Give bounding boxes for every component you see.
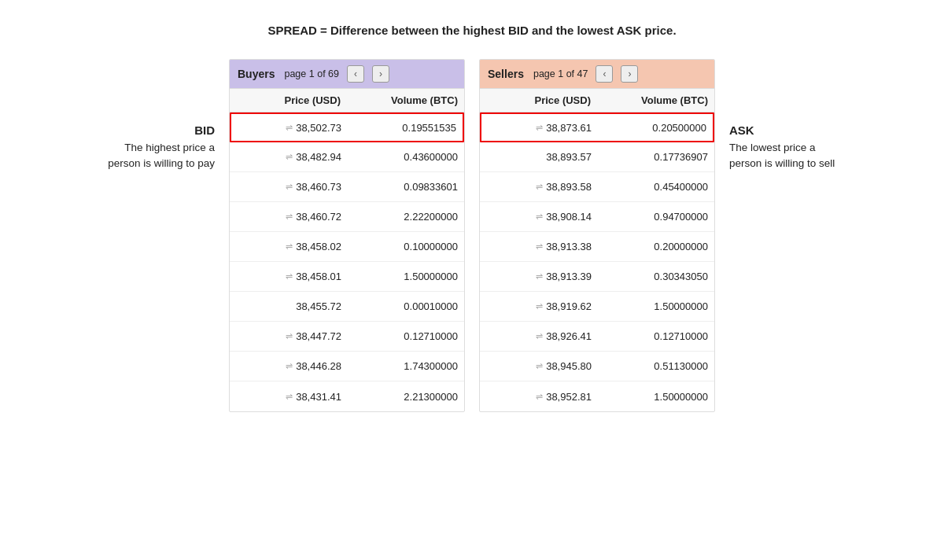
tables-container: Buyers page 1 of 69 ‹ › Price (USD) Volu… [229,59,715,412]
transfer-icon: ⇌ [286,331,293,341]
transfer-icon: ⇌ [536,123,543,133]
transfer-icon: ⇌ [536,361,543,371]
volume-cell: 0.17736907 [596,146,714,168]
transfer-icon: ⇌ [536,392,543,402]
table-row: ⇌38,913.380.20000000 [480,232,714,262]
price-cell: ⇌38,431.41 [230,385,346,408]
buyers-prev-button[interactable]: ‹ [347,65,364,83]
price-cell: 38,893.57 [480,146,596,168]
price-value: 38,446.28 [296,360,341,372]
table-row: ⇌38,447.720.12710000 [230,322,464,352]
buyers-col-volume: Volume (BTC) [347,89,464,112]
table-row: ⇌38,893.580.45400000 [480,172,714,202]
sellers-table: Sellers page 1 of 47 ‹ › Price (USD) Vol… [479,59,715,412]
transfer-icon: ⇌ [536,241,543,252]
price-value: 38,908.14 [546,211,592,223]
volume-cell: 2.22200000 [346,205,464,228]
buyers-table: Buyers page 1 of 69 ‹ › Price (USD) Volu… [229,59,465,412]
table-row: ⇌38,431.412.21300000 [230,381,464,411]
volume-cell: 0.19551535 [346,116,463,139]
bid-label: BID The highest price a person is willin… [103,59,229,171]
volume-cell: 0.45400000 [596,175,714,198]
price-value: 38,893.58 [546,181,592,193]
sellers-col-volume: Volume (BTC) [597,89,714,112]
volume-cell: 0.12710000 [596,325,714,348]
table-row: ⇌38,908.140.94700000 [480,202,714,232]
volume-cell: 2.21300000 [346,385,464,408]
price-cell: ⇌38,460.73 [230,175,346,198]
price-value: 38,458.02 [296,241,341,252]
table-row: ⇌38,926.410.12710000 [480,322,714,352]
ask-label: ASK The lowest price a person is willing… [715,59,841,171]
volume-cell: 0.30343050 [596,265,714,288]
table-row: ⇌38,945.800.51130000 [480,352,714,381]
price-value: 38,945.80 [546,360,592,372]
price-value: 38,926.41 [546,330,592,342]
price-cell: ⇌38,446.28 [230,355,346,378]
transfer-icon: ⇌ [286,182,293,192]
transfer-icon: ⇌ [286,392,293,402]
sellers-prev-button[interactable]: ‹ [596,65,613,83]
sellers-next-button[interactable]: › [621,65,638,83]
volume-cell: 1.50000000 [596,295,714,318]
volume-cell: 0.20000000 [596,235,714,258]
transfer-icon: ⇌ [286,361,293,371]
price-value: 38,460.73 [296,181,341,193]
volume-cell: 0.09833601 [346,175,464,198]
price-cell: ⇌38,458.01 [230,265,346,288]
table-row: ⇌38,913.390.30343050 [480,262,714,292]
price-cell: 38,455.72 [230,295,346,318]
sellers-col-price: Price (USD) [480,89,597,112]
table-row: 38,893.570.17736907 [480,142,714,172]
sellers-page: page 1 of 47 [533,68,588,79]
price-value: 38,455.72 [296,300,341,312]
price-value: 38,952.81 [546,391,592,403]
price-value: 38,913.38 [546,241,592,252]
buyers-col-price: Price (USD) [230,89,347,112]
price-cell: ⇌38,945.80 [480,355,596,378]
transfer-icon: ⇌ [286,241,293,252]
transfer-icon: ⇌ [536,182,543,192]
transfer-icon: ⇌ [536,301,543,311]
table-row: ⇌38,952.811.50000000 [480,381,714,411]
buyers-next-button[interactable]: › [372,65,389,83]
transfer-icon: ⇌ [536,331,543,341]
table-row: ⇌38,873.610.20500000 [480,112,714,142]
sellers-title: Sellers [488,68,524,80]
table-row: ⇌38,458.020.10000000 [230,232,464,262]
price-value: 38,431.41 [296,391,341,403]
ask-description: The lowest price a person is willing to … [729,140,841,172]
price-value: 38,502.73 [296,122,341,134]
price-cell: ⇌38,873.61 [481,116,596,139]
ask-title: ASK [729,122,841,140]
price-value: 38,482.94 [296,151,341,163]
transfer-icon: ⇌ [536,212,543,222]
buyers-page: page 1 of 69 [284,68,339,79]
price-cell: ⇌38,893.58 [480,175,596,198]
volume-cell: 0.20500000 [596,116,713,139]
sellers-rows: ⇌38,873.610.2050000038,893.570.17736907⇌… [480,112,714,411]
table-row: 38,455.720.00010000 [230,292,464,322]
price-value: 38,893.57 [546,151,592,163]
table-row: ⇌38,446.281.74300000 [230,352,464,381]
table-row: ⇌38,460.722.22200000 [230,202,464,232]
price-cell: ⇌38,482.94 [230,146,346,168]
price-cell: ⇌38,460.72 [230,205,346,228]
table-row: ⇌38,482.940.43600000 [230,142,464,172]
transfer-icon: ⇌ [286,123,293,133]
volume-cell: 0.51130000 [596,355,714,378]
transfer-icon: ⇌ [286,152,293,162]
price-cell: ⇌38,913.38 [480,235,596,258]
volume-cell: 0.12710000 [346,325,464,348]
price-cell: ⇌38,502.73 [231,116,346,139]
price-value: 38,458.01 [296,271,341,282]
price-value: 38,919.62 [546,300,592,312]
price-cell: ⇌38,908.14 [480,205,596,228]
volume-cell: 1.74300000 [346,355,464,378]
price-value: 38,873.61 [546,122,592,134]
volume-cell: 0.43600000 [346,146,464,168]
bid-description: The highest price a person is willing to… [103,140,215,172]
price-value: 38,913.39 [546,271,592,282]
table-row: ⇌38,502.730.19551535 [230,112,464,142]
volume-cell: 1.50000000 [596,385,714,408]
